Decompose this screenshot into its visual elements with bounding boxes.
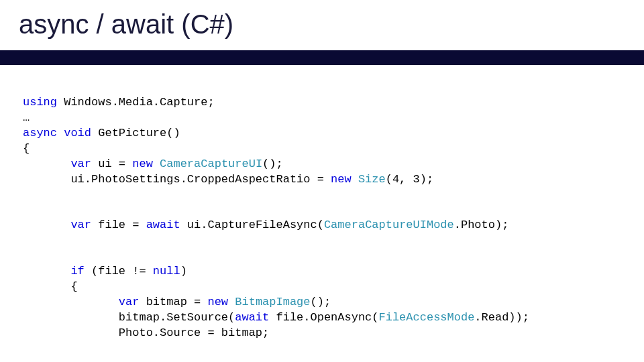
code-text: (); bbox=[311, 296, 331, 308]
dark-band bbox=[0, 50, 644, 65]
code-block: using Windows.Media.Capture; … async voi… bbox=[0, 65, 644, 341]
keyword-await: await bbox=[235, 311, 269, 324]
code-line: … bbox=[23, 111, 30, 124]
code-text: .Read)); bbox=[474, 311, 529, 324]
code-text: (); bbox=[262, 158, 283, 170]
blank-line bbox=[23, 188, 621, 203]
keyword-await: await bbox=[146, 219, 180, 231]
code-text: { bbox=[70, 280, 77, 293]
keyword-using: using bbox=[23, 96, 57, 109]
code-text: ui.PhotoSettings.CroppedAspectRatio = bbox=[70, 173, 331, 186]
code-line: bitmap.SetSource(await file.OpenAsync(Fi… bbox=[23, 311, 529, 324]
code-line: using Windows.Media.Capture; bbox=[23, 96, 215, 109]
code-line: async void GetPicture() bbox=[23, 127, 180, 139]
keyword-var: var bbox=[70, 158, 91, 170]
type-cameracaptureui: CameraCaptureUI bbox=[153, 158, 262, 170]
code-line: { bbox=[23, 280, 78, 293]
code-text: GetPicture() bbox=[91, 127, 180, 139]
code-line: { bbox=[23, 142, 30, 155]
blank-line bbox=[23, 233, 621, 249]
code-text: bitmap = bbox=[139, 296, 207, 308]
code-text: file = bbox=[91, 219, 146, 231]
keyword-null: null bbox=[153, 265, 180, 278]
code-text: file.OpenAsync( bbox=[269, 311, 378, 324]
keyword-var: var bbox=[119, 296, 140, 308]
type-cameracaptureuimode: CameraCaptureUIMode bbox=[324, 219, 454, 231]
type-bitmapimage: BitmapImage bbox=[228, 296, 310, 308]
code-text: (file != bbox=[85, 265, 153, 278]
code-text: Windows.Media.Capture; bbox=[57, 96, 215, 109]
type-size: Size bbox=[352, 173, 386, 186]
code-text: ) bbox=[180, 265, 187, 278]
code-line: var bitmap = new BitmapImage(); bbox=[23, 296, 331, 308]
keyword-new: new bbox=[207, 296, 228, 308]
code-line: Photo.Source = bitmap; bbox=[23, 326, 269, 339]
keyword-async: async bbox=[23, 127, 57, 139]
keyword-var: var bbox=[70, 219, 91, 231]
keyword-new: new bbox=[132, 158, 153, 170]
code-text: … bbox=[23, 111, 30, 124]
code-line: if (file != null) bbox=[23, 265, 187, 278]
code-text: (4, 3); bbox=[386, 173, 433, 186]
code-line: var ui = new CameraCaptureUI(); bbox=[23, 158, 283, 170]
code-line: var file = await ui.CaptureFileAsync(Cam… bbox=[23, 219, 508, 231]
code-text: .Photo); bbox=[454, 219, 509, 231]
code-text: { bbox=[23, 142, 30, 155]
keyword-new: new bbox=[331, 173, 352, 186]
keyword-if: if bbox=[70, 265, 84, 278]
code-text: bitmap.SetSource( bbox=[119, 311, 235, 324]
slide-header: async / await (C#) bbox=[0, 0, 644, 50]
code-text: Photo.Source = bitmap; bbox=[119, 326, 269, 339]
slide-title: async / await (C#) bbox=[19, 9, 625, 40]
keyword-void: void bbox=[64, 127, 91, 139]
code-text: ui = bbox=[91, 158, 132, 170]
code-line: ui.PhotoSettings.CroppedAspectRatio = ne… bbox=[23, 173, 433, 186]
type-fileaccessmode: FileAccessMode bbox=[379, 311, 475, 324]
code-text: ui.CaptureFileAsync( bbox=[180, 219, 324, 231]
